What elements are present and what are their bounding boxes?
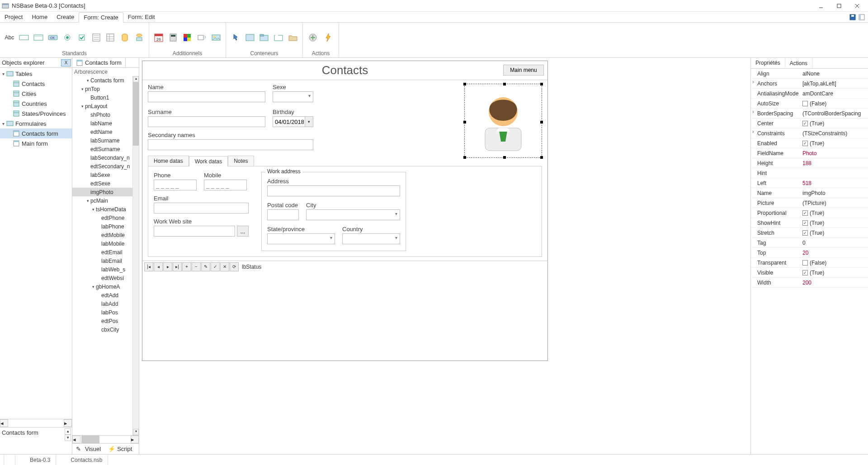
arbo-item[interactable]: edtSurname [72, 145, 132, 153]
date-tool[interactable]: 26 [153, 31, 165, 44]
prop-row[interactable]: ›Constraints(TSizeConstraints) [751, 128, 868, 138]
arbo-item[interactable]: edtEmail [72, 248, 132, 256]
prop-row[interactable]: ShowHint✓(True) [751, 218, 868, 228]
menu-form-edit[interactable]: Form: Edit [123, 12, 160, 22]
arbo-item[interactable]: edtPhone [72, 214, 132, 222]
groupbox-tool[interactable] [273, 31, 284, 44]
color-tool[interactable] [182, 31, 193, 44]
arbo-item[interactable]: edtSecondary_n [72, 162, 132, 171]
arbo-item[interactable]: edtPos [72, 317, 132, 325]
website-browse-button[interactable]: ... [237, 226, 249, 237]
prop-row[interactable]: Tag0 [751, 238, 868, 248]
arbo-hscroll-thumb[interactable] [81, 436, 99, 443]
prop-row[interactable]: Hint [751, 168, 868, 178]
db-combo-tool[interactable] [133, 31, 145, 44]
prop-row[interactable]: AntialiasingModeamDontCare [751, 89, 868, 99]
menu-create[interactable]: Create [52, 12, 79, 22]
menu-project[interactable]: Project [0, 12, 27, 22]
event-action[interactable] [322, 31, 335, 44]
db-tool[interactable] [119, 31, 131, 44]
arbo-item[interactable]: edtAdd [72, 291, 132, 299]
select-sexe[interactable] [273, 91, 313, 102]
prop-row[interactable]: ›Anchors[akTop,akLeft] [751, 79, 868, 89]
props-tab-actions[interactable]: Actions [785, 58, 812, 68]
arbo-item[interactable]: imgPhoto [72, 188, 132, 196]
arbo-item[interactable]: ▾pnLayout [72, 102, 132, 110]
arbo-item[interactable]: labSexe [72, 171, 132, 179]
explorer-close-button[interactable]: X [61, 59, 71, 66]
input-website[interactable] [154, 226, 235, 237]
panel-tool[interactable] [244, 31, 256, 44]
arbo-item[interactable]: ▾pcMain [72, 196, 132, 205]
tab-home-datas[interactable]: Home datas [148, 156, 189, 166]
input-postal[interactable] [267, 209, 299, 220]
prop-row[interactable]: NameimgPhoto [751, 188, 868, 198]
arbo-item[interactable]: labSecondary_n [72, 153, 132, 162]
tree-node-contacts-form[interactable]: Contacts form [0, 128, 72, 138]
tree-node-states[interactable]: States/Provinces [0, 109, 72, 119]
props-tab-proprietes[interactable]: Propriétés [751, 58, 785, 68]
pointer-tool[interactable] [230, 31, 241, 44]
prop-row[interactable]: Stretch✓(True) [751, 228, 868, 238]
photo-placeholder[interactable] [464, 84, 542, 158]
radio-tool[interactable] [61, 31, 73, 44]
arbo-item[interactable]: shPhoto [72, 110, 132, 119]
arbo-item[interactable]: labMobile [72, 239, 132, 248]
arbo-item[interactable]: labName [72, 119, 132, 128]
input-secondary[interactable] [148, 139, 313, 150]
arbo-item[interactable]: edtName [72, 128, 132, 136]
input-surname[interactable] [148, 116, 265, 127]
label-tool[interactable]: Abc [4, 31, 15, 44]
scroll-right-button[interactable]: ▸ [64, 419, 72, 427]
arbo-scroll-thumb[interactable] [133, 82, 139, 146]
arbo-item[interactable]: labWeb_s [72, 265, 132, 274]
arbo-item[interactable]: edtSexe [72, 179, 132, 188]
prop-row[interactable]: AutoSize(False) [751, 99, 868, 109]
prop-row[interactable]: Picture(TPicture) [751, 198, 868, 208]
tab-notes[interactable]: Notes [228, 156, 254, 166]
scroll-left-button[interactable]: ◂ [0, 419, 8, 427]
prop-row[interactable]: Visible✓(True) [751, 268, 868, 278]
prop-row[interactable]: FieldNamePhoto [751, 148, 868, 158]
menu-form-create[interactable]: Form: Create [79, 12, 123, 23]
prop-row[interactable]: Width200 [751, 278, 868, 288]
tab-work-datas[interactable]: Work datas [189, 156, 228, 166]
prop-row[interactable]: Transparent(False) [751, 258, 868, 268]
prop-row[interactable]: Center✓(True) [751, 119, 868, 128]
tree-node-contacts[interactable]: Contacts [0, 79, 72, 89]
tree-node-tables[interactable]: ▾Tables [0, 69, 72, 79]
input-address[interactable] [267, 185, 400, 196]
arbo-scroll-up[interactable]: ▴ [133, 76, 139, 82]
menu-home[interactable]: Home [27, 12, 52, 22]
input-email[interactable] [154, 203, 249, 214]
arbo-footer-visuel[interactable]: ✎Visuel [72, 444, 104, 454]
tree-node-countries[interactable]: Countries [0, 99, 72, 109]
scroll-down-button[interactable]: ▾ [65, 435, 71, 441]
spin-tool[interactable] [196, 31, 208, 44]
maximize-button[interactable] [830, 0, 848, 11]
image-tool[interactable] [210, 31, 222, 44]
arbo-item[interactable]: ▾gbHomeA [72, 282, 132, 291]
textbox-tool[interactable] [18, 31, 30, 44]
arbo-item[interactable]: Button1 [72, 93, 132, 102]
arbo-item[interactable]: ▾Contacts form [72, 76, 132, 85]
select-country[interactable] [342, 233, 400, 244]
birthday-dropdown-button[interactable]: ▾ [305, 117, 313, 127]
arbo-item[interactable]: labPhone [72, 222, 132, 231]
calc-tool[interactable] [167, 31, 179, 44]
prop-row[interactable]: Height188 [751, 158, 868, 168]
arbo-item[interactable]: cbxCity [72, 325, 132, 334]
list-tool[interactable] [90, 31, 102, 44]
prop-row[interactable]: Proportional✓(True) [751, 208, 868, 218]
page-tool[interactable] [259, 31, 270, 44]
button-tool[interactable]: OK [47, 31, 59, 44]
tree-node-cities[interactable]: Cities [0, 89, 72, 99]
main-menu-button[interactable]: Main menu [503, 65, 544, 76]
folder-tool[interactable] [287, 31, 299, 44]
arbo-item[interactable]: edtWebsi [72, 274, 132, 282]
arbo-item[interactable]: labAdd [72, 299, 132, 308]
arbo-scroll-down[interactable]: ▾ [133, 429, 139, 435]
save-icon[interactable] [849, 14, 856, 21]
add-action[interactable] [307, 31, 319, 44]
arbo-tab[interactable]: Contacts form [72, 58, 126, 67]
